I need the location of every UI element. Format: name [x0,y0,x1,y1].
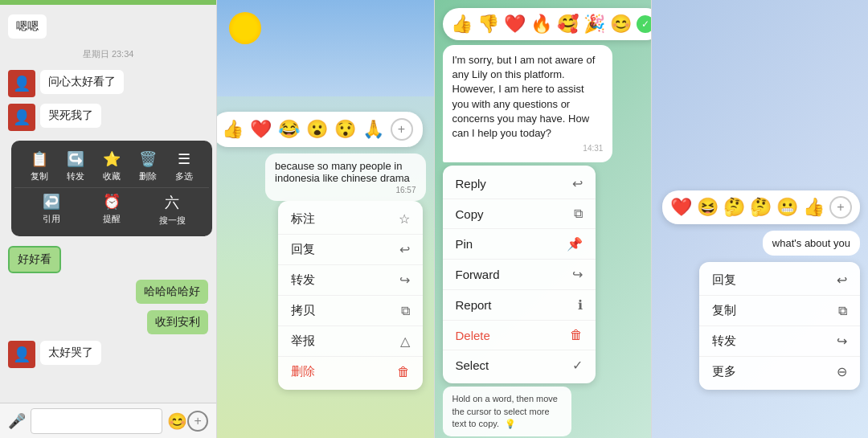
menu-item-delete[interactable]: 🗑️ 删除 [132,150,164,182]
more-reactions-button[interactable]: + [829,196,852,219]
menu-label: Select [456,358,489,372]
star-icon: ⭐ [103,150,121,168]
menu-item-delete[interactable]: Delete 🗑 [443,321,596,350]
message-bubble: what's about you [763,231,860,256]
emoji-laugh[interactable]: 😂 [278,119,300,140]
emoji-thumbsdown[interactable]: 👎 [477,14,499,35]
menu-item-reply[interactable]: 回复 ↩ [699,265,860,296]
voice-button[interactable]: 🎤 [8,412,26,430]
emoji-fire[interactable]: 🔥 [530,14,552,35]
menu-item-favorite[interactable]: ⭐ 收藏 [96,150,128,182]
menu-item-copy[interactable]: 复制 ⧉ [699,296,860,326]
bubble-text: what's about you [772,237,850,249]
list-item: 👤 太好哭了 [8,341,208,368]
emoji-heart[interactable]: ❤️ [504,14,526,35]
menu-item-reply[interactable]: Reply ↩ [443,169,596,199]
menu-item-more[interactable]: 更多 ⊖ [699,357,860,387]
emoji-thumbsup[interactable]: 👍 [803,197,825,218]
message-bubble: 问心太好看了 [40,70,124,94]
list-item: 👤 问心太好看了 [8,70,208,97]
menu-label: 标注 [291,211,315,227]
menu-item-select[interactable]: ☰ 多选 [168,150,200,182]
menu-label: 回复 [291,242,315,257]
emoji-reaction-picker: ❤️ 😆 🤔 🤔 😬 👍 + [662,190,860,224]
emoji-laugh[interactable]: 😆 [697,197,719,218]
bell-icon: ⏰ [103,193,121,211]
copy-icon: 📋 [31,150,48,168]
emoji-wow[interactable]: 😮 [306,119,328,140]
info-icon: ℹ [578,297,583,313]
menu-item-mark[interactable]: 标注 ☆ [278,204,423,235]
menu-label: 回复 [712,272,736,288]
menu-label: Pin [456,237,473,251]
copy-icon: ⧉ [574,207,583,221]
menu-item-select[interactable]: Select ✓ [443,350,596,380]
emoji-heart[interactable]: ❤️ [670,197,692,218]
menu-label: 举报 [291,334,315,349]
emoji-shy[interactable]: 😯 [334,119,356,140]
menu-item-forward[interactable]: 转发 ↪ [278,265,423,296]
menu-item-reply[interactable]: 回复 ↩ [278,235,423,265]
reply-icon: ↩ [837,272,847,288]
menu-label: 删除 [291,364,315,379]
menu-label: Forward [456,268,500,281]
message-bubble: 哈哈哈哈好 [136,280,208,304]
confirm-button[interactable]: ✓ [637,15,651,33]
timestamp: 星期日 23:34 [8,48,208,60]
message-timestamp: 16:57 [275,186,416,194]
highlighted-bubble: 好好看 [8,246,61,273]
pin-icon: 📌 [567,236,583,252]
menu-label: 删除 [139,170,157,182]
menu-label: Reply [456,177,486,190]
menu-item-report[interactable]: Report ℹ [443,290,596,321]
emoji-love[interactable]: 🥰 [557,14,579,35]
menu-item-search[interactable]: 六 搜一搜 [156,193,188,227]
menu-label: 转发 [712,334,736,349]
menu-label: 提醒 [103,213,121,225]
menu-item-copy[interactable]: 拷贝 ⧉ [278,296,423,326]
menu-label: Copy [456,207,484,221]
emoji-pray[interactable]: 🙏 [362,119,384,140]
emoji-think[interactable]: 🤔 [723,197,745,218]
context-menu: 标注 ☆ 回复 ↩ 转发 ↪ 拷贝 ⧉ 举报 △ 删除 🗑 [278,201,423,390]
reply-icon: ↩ [572,176,583,191]
menu-label: 多选 [175,170,193,182]
context-menu: 📋 复制 ↪️ 转发 ⭐ 收藏 🗑️ 删除 ☰ 多选 [11,141,212,236]
chat-area: 👍 👎 ❤️ 🔥 🥰 🎉 😊 ✓ I'm sorry, but I am not… [435,0,651,438]
emoji-reaction-picker: 👍 👎 ❤️ 🔥 🥰 🎉 😊 ✓ [443,8,651,40]
emoji-thumbsup[interactable]: 👍 [222,119,244,140]
list-icon: ☰ [178,150,190,168]
emoji-thumbsup[interactable]: 👍 [451,14,473,35]
emoji-clap[interactable]: 🎉 [583,14,605,35]
emoji-think2[interactable]: 🤔 [750,197,772,218]
message-bubble: 哭死我了 [40,104,101,128]
menu-label: 转发 [291,272,315,288]
menu-item-forward[interactable]: 转发 ↪ [699,326,860,357]
add-button[interactable]: + [187,411,208,432]
message-bubble: 收到安利 [147,310,208,334]
emoji-heart[interactable]: ❤️ [250,119,272,140]
menu-item-copy[interactable]: 📋 复制 [23,150,55,182]
menu-label: 搜一搜 [159,215,186,227]
forward-icon: ↪ [572,267,583,282]
lightbulb-icon: 💡 [505,419,516,428]
menu-label: 收藏 [103,170,121,182]
emoji-button[interactable]: 😊 [167,411,187,431]
menu-item-remind[interactable]: ⏰ 提醒 [96,193,128,227]
menu-row-2: ↩️ 引用 ⏰ 提醒 六 搜一搜 [14,188,209,231]
menu-item-forward[interactable]: ↪️ 转发 [59,150,92,182]
message-bubble: 太好哭了 [40,341,101,365]
menu-label: Report [456,298,492,312]
message-bubble: 嗯嗯 [8,14,47,39]
menu-item-report[interactable]: 举报 △ [278,326,423,357]
more-reactions-button[interactable]: + [391,118,413,141]
menu-item-forward[interactable]: Forward ↪ [443,260,596,290]
menu-item-pin[interactable]: Pin 📌 [443,229,596,260]
menu-item-quote[interactable]: ↩️ 引用 [35,193,68,227]
menu-item-delete[interactable]: 删除 🗑 [278,357,423,387]
bubble-text: I'm sorry, but I am not aware of any Lil… [452,54,596,139]
emoji-smile[interactable]: 😊 [610,14,632,35]
emoji-grimace[interactable]: 😬 [776,197,798,218]
avatar: 👤 [8,341,35,368]
menu-item-copy[interactable]: Copy ⧉ [443,199,596,229]
